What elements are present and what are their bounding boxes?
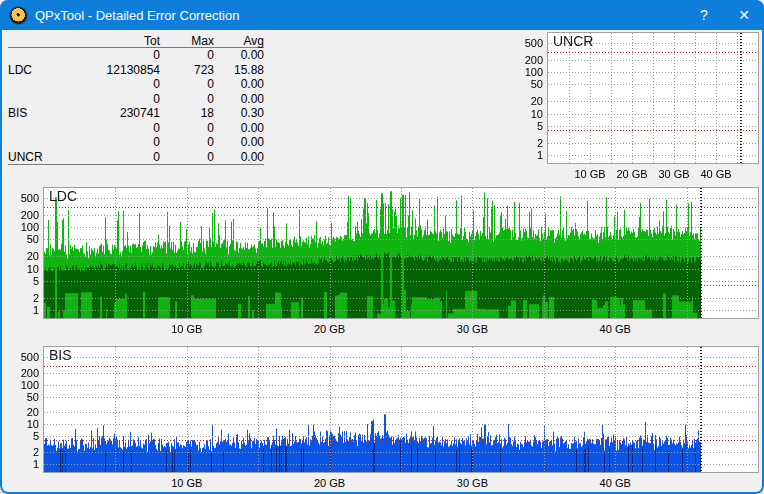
cell-avg: 0.00: [214, 77, 264, 92]
bis-y-tick-label: 200: [0, 367, 39, 379]
qpxtool-window: QPxTool - Detailed Error Correction ? ✕ …: [0, 0, 764, 494]
bis-x-tick-label: 20 GB: [306, 477, 354, 489]
cell-label: [8, 48, 64, 63]
ldc-y-tick-label: 500: [0, 192, 39, 204]
ldc-y-tick-label: 5: [0, 275, 39, 287]
table-row: 000.00: [8, 92, 264, 107]
bis-x-tick-label: 30 GB: [448, 477, 496, 489]
uncr-y-tick-label: 2: [501, 137, 543, 149]
cell-label: [8, 77, 64, 92]
table-row: UNCR000.00: [8, 150, 264, 165]
ldc-chart: LDC: [43, 187, 759, 319]
cell-label: UNCR: [8, 150, 64, 165]
ldc-x-tick-label: 10 GB: [163, 323, 211, 335]
cell-label: BIS: [8, 106, 64, 121]
ldc-x-tick-label: 20 GB: [306, 323, 354, 335]
cell-tot: 0: [64, 121, 160, 136]
cell-tot: 0: [64, 92, 160, 107]
uncr-y-tick-label: 5: [501, 120, 543, 132]
ldc-y-tick-label: 20: [0, 250, 39, 262]
uncr-y-tick-label: 1: [501, 149, 543, 161]
cell-max: 0: [160, 92, 214, 107]
cell-max: 0: [160, 48, 214, 63]
uncr-x-tick-label: 10 GB: [566, 168, 614, 180]
window-title: QPxTool - Detailed Error Correction: [35, 8, 684, 23]
uncr-chart-canvas: [548, 33, 758, 163]
cell-avg: 0.30: [214, 106, 264, 121]
help-button[interactable]: ?: [684, 0, 724, 30]
uncr-y-tick-label: 100: [501, 66, 543, 78]
cell-label: LDC: [8, 63, 64, 78]
cell-max: 723: [160, 63, 214, 78]
bis-y-tick-label: 50: [0, 391, 39, 403]
ldc-y-tick-label: 200: [0, 209, 39, 221]
uncr-chart: UNCR: [547, 32, 759, 164]
cell-avg: 0.00: [214, 150, 264, 165]
cell-label: [8, 135, 64, 150]
ldc-y-tick-label: 100: [0, 221, 39, 233]
cell-tot: 0: [64, 48, 160, 63]
bis-y-tick-label: 5: [0, 430, 39, 442]
bis-x-tick-label: 10 GB: [163, 477, 211, 489]
ldc-x-tick-label: 40 GB: [591, 323, 639, 335]
header-avg: Avg: [214, 34, 264, 48]
titlebar[interactable]: QPxTool - Detailed Error Correction ? ✕: [0, 0, 764, 30]
header-max: Max: [160, 34, 214, 48]
uncr-x-tick-label: 40 GB: [692, 168, 740, 180]
ldc-y-tick-label: 2: [0, 292, 39, 304]
screen: QPxTool - Detailed Error Correction ? ✕ …: [0, 0, 764, 494]
uncr-y-tick-label: 20: [501, 95, 543, 107]
bis-x-tick-label: 40 GB: [591, 477, 639, 489]
uncr-x-tick-label: 30 GB: [650, 168, 698, 180]
bis-chart-title: BIS: [49, 347, 72, 363]
table-row: 000.00: [8, 121, 264, 136]
cell-tot: 12130854: [64, 63, 160, 78]
cell-label: [8, 92, 64, 107]
bis-y-tick-label: 100: [0, 379, 39, 391]
table-body: 000.00LDC1213085472315.88000.00000.00BIS…: [8, 48, 264, 165]
table-row: 000.00: [8, 48, 264, 63]
bis-y-tick-label: 20: [0, 406, 39, 418]
cell-max: 18: [160, 106, 214, 121]
uncr-y-tick-label: 50: [501, 78, 543, 90]
cell-tot: 230741: [64, 106, 160, 121]
table-row: 000.00: [8, 77, 264, 92]
bis-y-tick-label: 500: [0, 351, 39, 363]
uncr-chart-title: UNCR: [553, 33, 593, 49]
uncr-x-tick-label: 20 GB: [608, 168, 656, 180]
cell-tot: 0: [64, 150, 160, 165]
cell-avg: 0.00: [214, 48, 264, 63]
table-row: LDC1213085472315.88: [8, 63, 264, 78]
ldc-y-tick-label: 50: [0, 233, 39, 245]
bis-y-tick-label: 10: [0, 418, 39, 430]
bis-chart: BIS: [43, 346, 759, 473]
header-tot: Tot: [64, 34, 160, 48]
uncr-y-tick-label: 10: [501, 108, 543, 120]
qpxtool-app-icon: [10, 7, 27, 24]
cell-max: 0: [160, 135, 214, 150]
error-stats-table: Tot Max Avg 000.00LDC1213085472315.88000…: [8, 34, 264, 165]
header-spacer: [8, 34, 64, 48]
cell-max: 0: [160, 150, 214, 165]
table-header: Tot Max Avg: [8, 34, 264, 48]
cell-avg: 0.00: [214, 121, 264, 136]
cell-avg: 15.88: [214, 63, 264, 78]
ldc-chart-canvas: [44, 188, 758, 318]
ldc-y-tick-label: 1: [0, 304, 39, 316]
table-row: 000.00: [8, 135, 264, 150]
cell-label: [8, 121, 64, 136]
bis-chart-canvas: [44, 347, 758, 472]
ldc-y-tick-label: 10: [0, 263, 39, 275]
table-row: BIS230741180.30: [8, 106, 264, 121]
cell-avg: 0.00: [214, 92, 264, 107]
cell-tot: 0: [64, 77, 160, 92]
close-button[interactable]: ✕: [724, 0, 764, 30]
ldc-x-tick-label: 30 GB: [448, 323, 496, 335]
uncr-y-tick-label: 200: [501, 54, 543, 66]
bis-y-tick-label: 1: [0, 458, 39, 470]
cell-max: 0: [160, 121, 214, 136]
ldc-chart-title: LDC: [49, 188, 77, 204]
bis-y-tick-label: 2: [0, 446, 39, 458]
cell-avg: 0.00: [214, 135, 264, 150]
cell-max: 0: [160, 77, 214, 92]
